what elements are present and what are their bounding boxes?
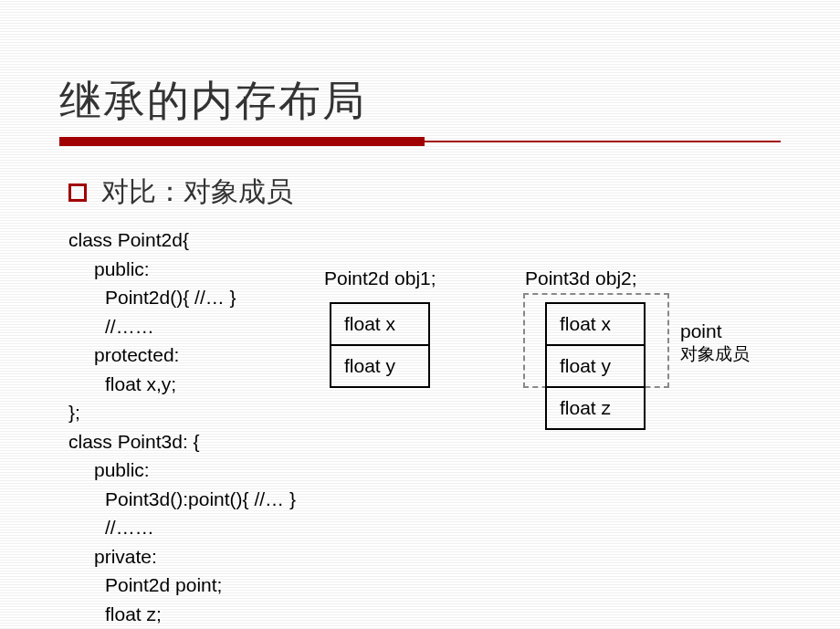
code-line: class Point3d: { [68, 427, 781, 456]
slide-title: 继承的内存布局 [59, 73, 781, 130]
bullet-row: 对比：对象成员 [68, 173, 781, 211]
code-line: Point2d point; [68, 571, 781, 600]
memory-cell: float x [331, 304, 428, 346]
title-underline [59, 137, 781, 146]
slide: 继承的内存布局 对比：对象成员 class Point2d{ public: P… [0, 0, 840, 629]
bullet-icon [68, 183, 87, 202]
memory-cell: float x [547, 304, 644, 346]
rule-thin [425, 141, 781, 142]
memory-cell: float z [547, 388, 644, 428]
code-line: public: [68, 456, 781, 485]
obj2-label: Point3d obj2; [525, 267, 646, 289]
memory-cell: float y [547, 346, 644, 388]
annotation-sublabel: 对象成员 [680, 342, 750, 366]
obj2-boxes: float x float y float z [545, 302, 646, 430]
obj1-group: Point2d obj1; float x float y [324, 267, 436, 388]
obj2-group: Point3d obj2; float x float y float z [525, 267, 646, 430]
code-line: Point3d():point(){ //… } [68, 485, 781, 514]
annotation-label: point [680, 320, 750, 342]
code-line: class Point2d{ [68, 225, 781, 255]
bullet-text: 对比：对象成员 [101, 173, 293, 211]
code-line: }; [68, 398, 781, 427]
code-line: float z; [68, 600, 781, 629]
code-line: //…… [68, 513, 781, 542]
code-line: private: [68, 542, 781, 571]
rule-thick [59, 137, 425, 146]
obj1-boxes: float x float y [330, 302, 430, 388]
annotation: point 对象成员 [680, 320, 750, 366]
content-area: class Point2d{ public: Point2d(){ //… } … [59, 225, 781, 629]
obj1-label: Point2d obj1; [324, 267, 436, 289]
memory-cell: float y [331, 346, 428, 386]
